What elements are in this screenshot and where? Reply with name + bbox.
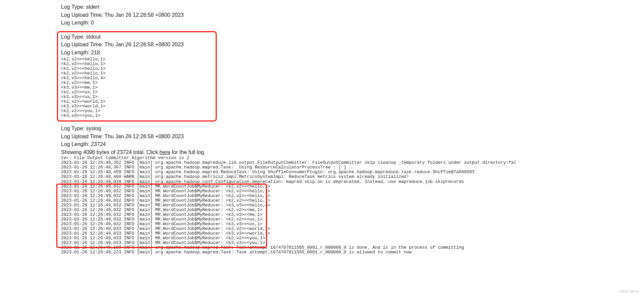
stderr-length-label: Log Length:	[61, 20, 90, 26]
stdout-upload-label: Log Upload Time:	[61, 42, 103, 47]
watermark: CSDN @xcrj	[619, 289, 640, 293]
stderr-upload: Log Upload Time: Thu Jan 26 12:26:58 +08…	[61, 11, 515, 19]
syslog-type: Log Type: syslog	[61, 125, 515, 132]
log-content: Log Type: stderr Log Upload Time: Thu Ja…	[0, 0, 515, 265]
stdout-length-value: 218	[91, 50, 100, 55]
syslog-length: Log Length: 23724	[61, 141, 515, 148]
syslog-showing: Showing 4096 bytes of 23724 total. Click…	[61, 149, 515, 156]
stderr-length: Log Length: 0	[61, 19, 515, 27]
log-viewport[interactable]: Log Type: stderr Log Upload Time: Thu Ja…	[0, 0, 515, 298]
stdout-length-label: Log Length:	[61, 50, 90, 55]
stderr-length-value: 0	[91, 20, 94, 26]
syslog-upload-value: Thu Jan 26 12:26:58 +0800 2023	[105, 134, 184, 139]
stdout-type-label: Log Type:	[61, 34, 85, 40]
syslog-type-value: syslog	[86, 126, 101, 131]
stdout-upload: Log Upload Time: Thu Jan 26 12:26:58 +08…	[61, 41, 515, 48]
syslog-length-label: Log Length:	[61, 141, 90, 147]
stdout-lines: <k2,v2>=<hello,1> <k2,v2>=<hello,1> <k2,…	[61, 57, 515, 118]
syslog-upload-label: Log Upload Time:	[61, 134, 103, 139]
syslog-showing-prefix: Showing 4096 bytes of 23724 total. Click	[61, 149, 160, 155]
stderr-upload-label: Log Upload Time:	[61, 12, 103, 18]
syslog-upload: Log Upload Time: Thu Jan 26 12:26:58 +08…	[61, 133, 515, 140]
syslog-type-label: Log Type:	[61, 126, 85, 131]
stderr-block: Log Type: stderr Log Upload Time: Thu Ja…	[61, 0, 515, 27]
syslog-block: Log Type: syslog Log Upload Time: Thu Ja…	[61, 125, 515, 255]
syslog-showing-suffix: for the full log.	[170, 149, 206, 155]
syslog-full-log-link[interactable]: here	[160, 149, 170, 155]
stdout-block: Log Type: stdout Log Upload Time: Thu Ja…	[61, 33, 515, 118]
syslog-length-value: 23724	[91, 141, 106, 147]
stdout-type-value: stdout	[86, 34, 101, 40]
syslog-lines: ter: File Output Committer Algorithm ver…	[61, 156, 515, 255]
stdout-length: Log Length: 218	[61, 49, 515, 56]
stdout-upload-value: Thu Jan 26 12:26:58 +0800 2023	[105, 42, 184, 47]
stderr-upload-value: Thu Jan 26 12:26:58 +0800 2023	[105, 12, 184, 18]
stderr-type-label: Log Type:	[61, 4, 85, 10]
stdout-type: Log Type: stdout	[61, 33, 515, 41]
stderr-type-value: stderr	[86, 4, 100, 10]
stderr-type: Log Type: stderr	[61, 3, 515, 11]
